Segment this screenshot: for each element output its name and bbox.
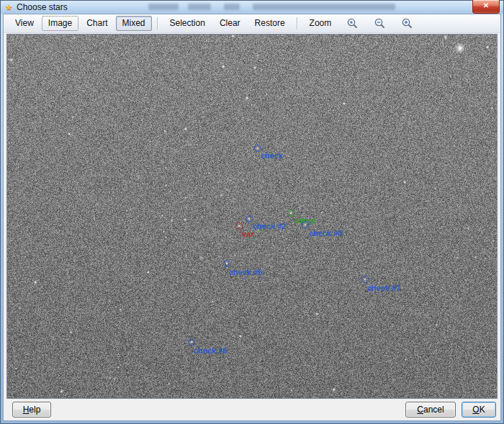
help-button[interactable]: Help [12,402,51,418]
star-ring-check-4[interactable] [302,221,309,228]
close-button[interactable]: ✕ [472,0,500,14]
star-label-check-5: check #5 [229,268,262,276]
toolbar-mixed-button[interactable]: Mixed [116,16,152,31]
toolbar-view-button[interactable]: View [9,16,40,31]
zoom-in-icon[interactable] [400,17,413,30]
star-ring-check-5[interactable] [223,260,230,267]
redacted-text [148,4,179,10]
ok-button[interactable]: OK [462,402,496,418]
star-field-panel: checkcheck #2compvarcheck #4check #5chec… [6,34,498,399]
cancel-button[interactable]: Cancel [405,402,456,418]
zoom-out-icon[interactable] [373,17,386,30]
close-icon: ✕ [483,1,489,9]
toolbar-image-button[interactable]: Image [42,16,78,31]
toolbar-clear-button[interactable]: Clear [213,16,247,31]
toolbar-restore-button[interactable]: Restore [248,16,292,31]
star-ring-check-7[interactable] [361,276,369,283]
redacted-text [188,4,211,10]
redacted-text [253,4,395,10]
choose-stars-dialog: ★ Choose stars ✕ View Image Chart Mixed … [0,0,504,424]
star-label-var: var [242,230,254,238]
zoom-fit-icon[interactable] [346,17,359,30]
title-bar: ★ Choose stars ✕ [1,1,503,14]
star-label-check: check [261,151,283,160]
toolbar-separator [157,17,158,30]
toolbar-zoom-button[interactable]: Zoom [303,16,338,31]
app-icon: ★ [5,2,12,12]
star-ring-var[interactable] [235,222,243,230]
toolbar-chart-button[interactable]: Chart [80,16,114,31]
star-label-check-2: check #2 [253,222,286,230]
star-ring-comp[interactable] [287,209,294,217]
toolbar: View Image Chart Mixed Selection Clear R… [4,14,500,33]
toolbar-selection-button[interactable]: Selection [163,16,212,31]
star-marker-layer: checkcheck #2compvarcheck #4check #5chec… [7,35,497,398]
star-label-check-6: check #6 [194,346,227,355]
redacted-text [224,4,240,10]
dialog-body: View Image Chart Mixed Selection Clear R… [3,14,501,421]
star-ring-check-2[interactable] [246,215,253,222]
star-ring-check-6[interactable] [188,338,195,346]
star-label-check-7: check #7 [367,284,400,292]
window-title: Choose stars [17,2,68,12]
toolbar-separator [297,17,298,30]
star-label-check-4: check #4 [309,229,342,238]
